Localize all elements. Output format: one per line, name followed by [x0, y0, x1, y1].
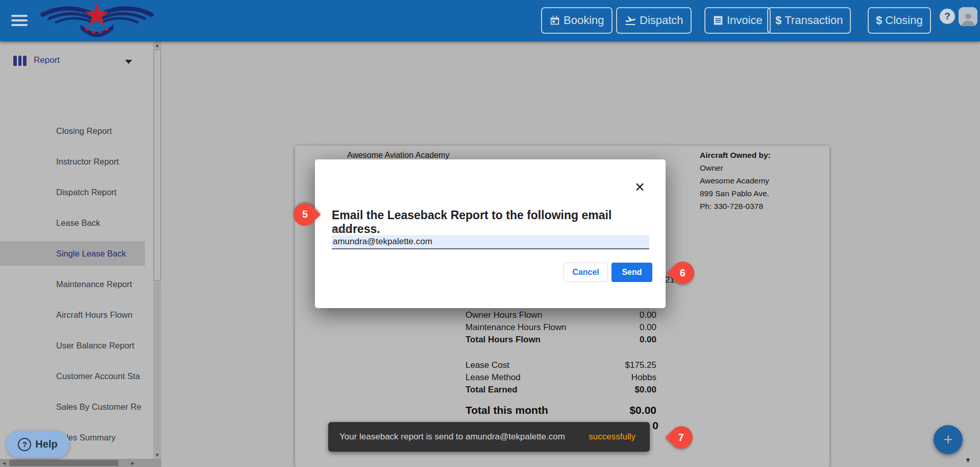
closing-button[interactable]: $ Closing: [868, 7, 931, 34]
booking-button[interactable]: Booking: [541, 7, 612, 34]
dispatch-button[interactable]: Dispatch: [616, 7, 692, 34]
top-nav: Booking Dispatch Invoice $ Transaction $…: [0, 0, 980, 41]
dollar-icon: $: [775, 14, 781, 27]
send-button[interactable]: Send: [611, 263, 652, 282]
plane-takeoff-icon: [624, 14, 636, 27]
toast-message: Your leaseback report is send to amundra…: [339, 432, 565, 442]
invoice-button[interactable]: Invoice: [704, 7, 771, 34]
dialog-title: Email the Leaseback Report to the follow…: [332, 208, 653, 236]
dollar-icon: $: [876, 14, 882, 27]
help-button[interactable]: ? Help: [6, 431, 69, 458]
cancel-button[interactable]: Cancel: [564, 263, 608, 282]
booking-label: Booking: [564, 14, 604, 27]
badge-number: 5: [302, 209, 307, 221]
closing-label: Closing: [885, 14, 922, 27]
person-icon: [961, 12, 976, 26]
close-icon[interactable]: ✕: [634, 181, 645, 194]
avatar[interactable]: [959, 7, 977, 26]
email-report-dialog: ✕ Email the Leaseback Report to the foll…: [315, 159, 666, 308]
dispatch-label: Dispatch: [640, 14, 683, 27]
question-mark-icon: ?: [18, 438, 31, 451]
hamburger-menu-icon[interactable]: [11, 15, 29, 29]
help-icon[interactable]: ?: [940, 9, 955, 24]
success-toast: Your leaseback report is send to amundra…: [328, 422, 650, 452]
email-field[interactable]: [332, 235, 649, 249]
badge-number: 6: [680, 267, 685, 279]
help-label: Help: [35, 438, 57, 450]
academy-logo: [37, 0, 157, 43]
badge-number: 7: [678, 432, 684, 443]
email-label: Email*: [332, 226, 351, 234]
transaction-button[interactable]: $ Transaction: [767, 7, 851, 34]
app-screen: Report Closing Report Instructor Report …: [0, 0, 980, 467]
invoice-label: Invoice: [727, 14, 763, 27]
calendar-icon: [549, 15, 560, 26]
toast-highlight: successfully: [589, 432, 639, 442]
transaction-label: Transaction: [785, 14, 843, 27]
receipt-icon: [713, 15, 724, 26]
